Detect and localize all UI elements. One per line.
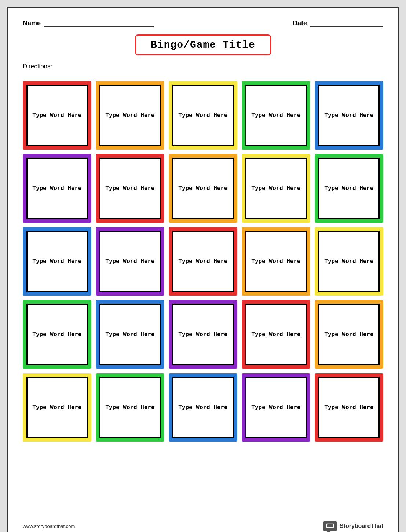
bingo-cell-2-4[interactable]: Type Word Here	[315, 227, 383, 296]
bingo-cell-1-3[interactable]: Type Word Here	[242, 154, 310, 223]
bingo-cell-4-3[interactable]: Type Word Here	[242, 373, 310, 442]
cell-inner-4-4: Type Word Here	[318, 377, 380, 438]
cell-inner-0-2: Type Word Here	[172, 85, 234, 146]
bingo-cell-3-2[interactable]: Type Word Here	[169, 300, 237, 369]
footer: www.storyboardthat.com StoryboardThat	[23, 521, 383, 531]
cell-inner-2-0: Type Word Here	[26, 231, 88, 292]
bingo-cell-3-1[interactable]: Type Word Here	[96, 300, 164, 369]
cell-inner-2-4: Type Word Here	[318, 231, 380, 292]
footer-brand: StoryboardThat	[323, 521, 383, 531]
cell-inner-2-3: Type Word Here	[245, 231, 307, 292]
header-row: Name Date	[23, 19, 383, 27]
bingo-cell-4-1[interactable]: Type Word Here	[96, 373, 164, 442]
cell-inner-0-4: Type Word Here	[318, 85, 380, 146]
bingo-cell-0-0[interactable]: Type Word Here	[23, 81, 91, 150]
cell-inner-4-1: Type Word Here	[99, 377, 161, 438]
title-container: Bingo/Game Title	[23, 34, 383, 55]
cell-inner-0-1: Type Word Here	[99, 85, 161, 146]
bingo-cell-2-2[interactable]: Type Word Here	[169, 227, 237, 296]
bingo-cell-0-3[interactable]: Type Word Here	[242, 81, 310, 150]
bingo-cell-3-0[interactable]: Type Word Here	[23, 300, 91, 369]
bingo-cell-1-1[interactable]: Type Word Here	[96, 154, 164, 223]
footer-url: www.storyboardthat.com	[23, 524, 75, 529]
cell-inner-2-2: Type Word Here	[172, 231, 234, 292]
bingo-cell-0-2[interactable]: Type Word Here	[169, 81, 237, 150]
cell-inner-1-2: Type Word Here	[172, 158, 234, 219]
name-field: Name	[23, 19, 154, 27]
date-line[interactable]	[310, 19, 383, 27]
bingo-cell-4-0[interactable]: Type Word Here	[23, 373, 91, 442]
bingo-cell-1-2[interactable]: Type Word Here	[169, 154, 237, 223]
cell-inner-4-2: Type Word Here	[172, 377, 234, 438]
bingo-cell-4-2[interactable]: Type Word Here	[169, 373, 237, 442]
bingo-grid: Type Word Here Type Word Here Type Word …	[23, 81, 383, 442]
bingo-cell-3-4[interactable]: Type Word Here	[315, 300, 383, 369]
bingo-cell-0-1[interactable]: Type Word Here	[96, 81, 164, 150]
name-label: Name	[23, 19, 41, 27]
cell-inner-0-3: Type Word Here	[245, 85, 307, 146]
game-title[interactable]: Bingo/Game Title	[135, 34, 271, 55]
svg-rect-1	[327, 524, 333, 527]
cell-inner-3-0: Type Word Here	[26, 304, 88, 365]
date-label: Date	[293, 19, 307, 27]
bingo-cell-1-0[interactable]: Type Word Here	[23, 154, 91, 223]
bingo-cell-1-4[interactable]: Type Word Here	[315, 154, 383, 223]
brand-name: StoryboardThat	[340, 523, 383, 529]
bingo-cell-0-4[interactable]: Type Word Here	[315, 81, 383, 150]
bingo-cell-2-0[interactable]: Type Word Here	[23, 227, 91, 296]
name-line[interactable]	[44, 19, 154, 27]
cell-inner-4-3: Type Word Here	[245, 377, 307, 438]
cell-inner-3-4: Type Word Here	[318, 304, 380, 365]
cell-inner-3-1: Type Word Here	[99, 304, 161, 365]
cell-inner-3-2: Type Word Here	[172, 304, 234, 365]
page: Name Date Bingo/Game Title Directions: T…	[7, 7, 399, 532]
cell-inner-1-1: Type Word Here	[99, 158, 161, 219]
directions: Directions:	[23, 63, 383, 70]
storyboardthat-icon	[323, 521, 337, 531]
cell-inner-0-0: Type Word Here	[26, 85, 88, 146]
cell-inner-1-3: Type Word Here	[245, 158, 307, 219]
cell-inner-1-0: Type Word Here	[26, 158, 88, 219]
bingo-cell-2-3[interactable]: Type Word Here	[242, 227, 310, 296]
cell-inner-1-4: Type Word Here	[318, 158, 380, 219]
date-field: Date	[293, 19, 383, 27]
cell-inner-4-0: Type Word Here	[26, 377, 88, 438]
bingo-cell-3-3[interactable]: Type Word Here	[242, 300, 310, 369]
bingo-cell-2-1[interactable]: Type Word Here	[96, 227, 164, 296]
bingo-cell-4-4[interactable]: Type Word Here	[315, 373, 383, 442]
cell-inner-3-3: Type Word Here	[245, 304, 307, 365]
brand-svg	[326, 523, 334, 529]
cell-inner-2-1: Type Word Here	[99, 231, 161, 292]
